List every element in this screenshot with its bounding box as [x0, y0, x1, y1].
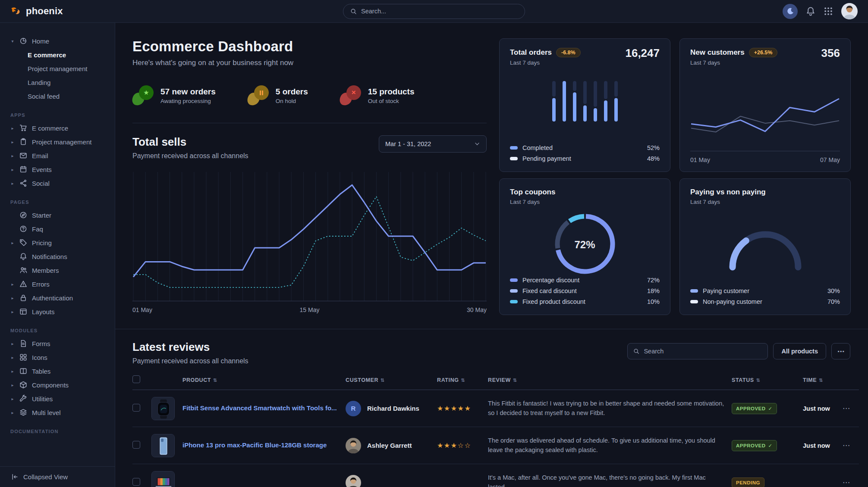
sidebar-item-utilities[interactable]: ▸Utilities	[0, 392, 115, 406]
legend-label: Pending payment	[522, 155, 571, 162]
theme-toggle-button[interactable]	[783, 4, 798, 19]
caret-right-icon: ▸	[10, 240, 15, 245]
x-tick: 01 May	[132, 306, 152, 313]
layers-icon	[19, 409, 27, 416]
legend-value: 10%	[647, 298, 660, 305]
product-cell	[151, 464, 346, 487]
sidebar-item-forms[interactable]: ▸Forms	[0, 337, 115, 350]
paying-gauge-chart	[690, 222, 840, 273]
donut-center-label: 72%	[552, 211, 618, 278]
product-link[interactable]: Fitbit Sense Advanced Smartwatch with To…	[182, 404, 337, 412]
legend-item: Percentage discount72%	[510, 275, 660, 285]
stat-sublabel: Awating processing	[160, 98, 216, 104]
stat-sublabel: On hold	[276, 98, 308, 104]
product: iPhone 13 pro max-Pacific Blue-128GB sto…	[151, 434, 341, 457]
sidebar-item-label: E commerce	[32, 125, 68, 132]
product-thumbnail	[151, 471, 175, 487]
global-search-input[interactable]	[361, 8, 518, 15]
stat-sublabel: Out of stock	[368, 98, 415, 104]
column-header-product[interactable]: PRODUCT⇅	[151, 375, 346, 390]
sidebar: ▾ Home E commerceProject managementLandi…	[0, 23, 115, 487]
column-header-rating[interactable]: RATING⇅	[437, 375, 488, 390]
row-checkbox[interactable]	[132, 404, 140, 412]
column-header-time[interactable]: TIME⇅	[803, 375, 843, 390]
sidebar-item-landing[interactable]: Landing	[0, 75, 115, 89]
product-thumbnail	[151, 397, 175, 420]
brand-logo[interactable]: phoenix	[10, 6, 63, 17]
sidebar-item-members[interactable]: Members	[0, 263, 115, 277]
sidebar-item-errors[interactable]: ▸Errors	[0, 277, 115, 291]
legend-label: Completed	[522, 144, 553, 151]
sidebar-item-home[interactable]: ▾ Home	[0, 34, 115, 48]
card-period: Last 7 days	[510, 59, 660, 66]
stat-value: 15 products	[368, 87, 415, 97]
apps-grid-icon[interactable]	[824, 6, 833, 16]
sidebar-item-e-commerce[interactable]: E commerce	[0, 48, 115, 62]
sidebar-item-starter[interactable]: Starter	[0, 208, 115, 222]
legend-swatch	[690, 289, 698, 293]
caret-down-icon: ▾	[10, 39, 15, 44]
card-value: 16,247	[625, 47, 660, 60]
review-time: Just now	[803, 405, 830, 412]
product-cell: iPhone 13 pro max-Pacific Blue-128GB sto…	[151, 427, 346, 464]
row-checkbox[interactable]	[132, 478, 140, 486]
row-checkbox[interactable]	[132, 441, 140, 449]
star-rating: ★★★☆☆	[437, 442, 471, 449]
sort-icon: ⇅	[213, 378, 217, 383]
question-circle-icon	[19, 225, 27, 233]
sidebar-item-faq[interactable]: Faq	[0, 222, 115, 236]
select-all-checkbox[interactable]	[132, 375, 140, 383]
sidebar-item-layouts[interactable]: ▸Layouts	[0, 305, 115, 318]
sidebar-item-project-management[interactable]: Project management	[0, 62, 115, 75]
row-actions-button[interactable]: ⋯	[843, 441, 850, 450]
sidebar-item-components[interactable]: ▸Components	[0, 378, 115, 392]
latest-reviews-section: Latest reviews Payment received across a…	[115, 329, 868, 487]
sidebar-item-label: Components	[32, 381, 69, 389]
product-link[interactable]: iPhone 13 pro max-Pacific Blue-128GB sto…	[182, 441, 327, 450]
rating-cell	[437, 464, 488, 487]
row-actions-button[interactable]: ⋯	[843, 478, 850, 487]
sidebar-item-notifications[interactable]: Notifications	[0, 250, 115, 263]
sidebar-item-authentication[interactable]: ▸Authentication	[0, 291, 115, 305]
sidebar-item-e-commerce[interactable]: ▸E commerce	[0, 121, 115, 135]
all-products-filter-button[interactable]: All products	[773, 343, 826, 359]
sidebar-item-pricing[interactable]: ▸Pricing	[0, 236, 115, 250]
column-header-status[interactable]: STATUS⇅	[732, 375, 803, 390]
sidebar-item-email[interactable]: ▸Email	[0, 149, 115, 162]
legend-label: Fixed product discount	[522, 298, 585, 305]
moon-icon	[786, 7, 794, 15]
paying-card: Paying vs non paying Last 7 days Paying …	[679, 178, 851, 315]
page-subtitle: Here's what's going on at your business …	[132, 59, 487, 67]
sidebar-item-tables[interactable]: ▸Tables	[0, 364, 115, 378]
brand-name: phoenix	[26, 6, 63, 17]
column-header-review[interactable]: REVIEW⇅	[488, 375, 732, 390]
row-actions-button[interactable]: ⋯	[843, 404, 850, 412]
notifications-bell-icon[interactable]	[806, 6, 815, 16]
sidebar-item-social[interactable]: ▸Social	[0, 176, 115, 190]
sidebar-item-social-feed[interactable]: Social feed	[0, 89, 115, 103]
sidebar-item-events[interactable]: ▸Events	[0, 162, 115, 176]
card-title: Paying vs non paying	[690, 188, 766, 197]
collapsed-view-button[interactable]: Collapsed View	[0, 466, 115, 487]
sidebar-item-label: Icons	[32, 354, 47, 361]
reviews-search-input[interactable]	[644, 348, 762, 355]
sidebar-item-multi-level[interactable]: ▸Multi level	[0, 406, 115, 419]
date-range-select[interactable]: Mar 1 - 31, 2022	[379, 135, 487, 153]
reviews-more-button[interactable]: ⋯	[831, 343, 850, 359]
sidebar-item-label: Project management	[32, 138, 91, 146]
total-sells-subtitle: Payment received across all channels	[132, 152, 248, 160]
user-avatar[interactable]	[841, 3, 858, 19]
global-search[interactable]	[343, 4, 525, 19]
sidebar-item-icons[interactable]: ▸Icons	[0, 350, 115, 364]
card-title: Top coupons	[510, 188, 555, 197]
total-orders-card: Total orders -6.8% 16,247 Last 7 days Co…	[499, 38, 670, 172]
avatar	[346, 475, 361, 487]
legend-label: Percentage discount	[522, 277, 579, 284]
sidebar-item-project-management[interactable]: ▸Project management	[0, 135, 115, 149]
legend-value: 52%	[647, 144, 660, 151]
sort-icon: ⇅	[381, 378, 385, 383]
card-period: Last 7 days	[690, 199, 840, 205]
column-header-customer[interactable]: CUSTOMER⇅	[346, 375, 437, 390]
reviews-search[interactable]	[627, 343, 768, 359]
file-text-icon	[19, 340, 27, 347]
